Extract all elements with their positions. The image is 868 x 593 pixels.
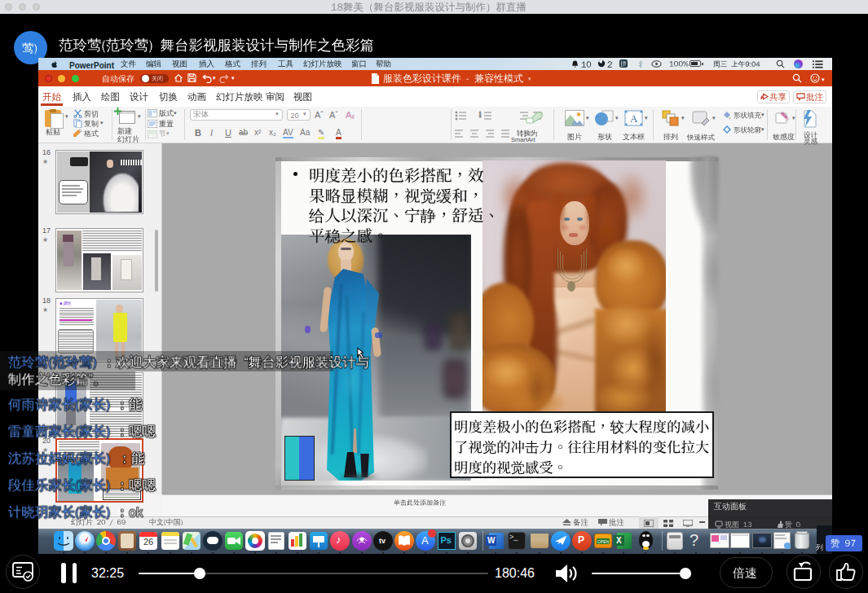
svg-text:A: A [630, 112, 638, 125]
svg-text:2: 2 [479, 114, 482, 118]
